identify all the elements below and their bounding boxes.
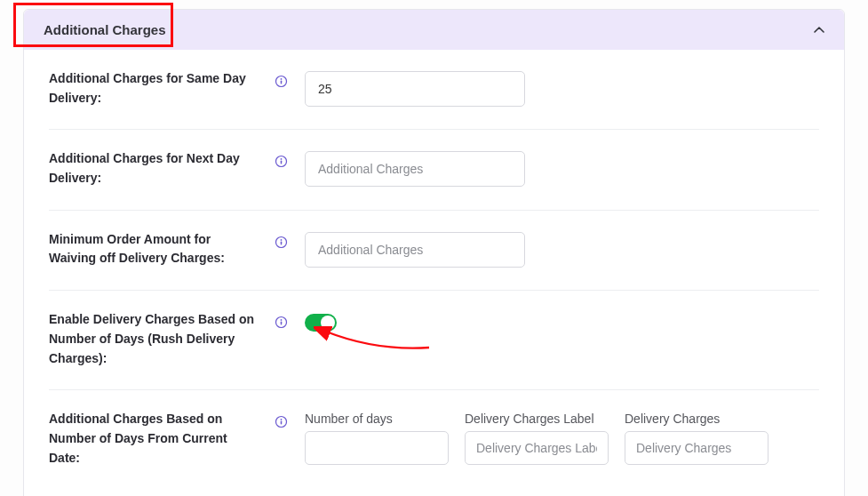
input-delivery-charges-label[interactable] xyxy=(465,431,609,465)
panel-header[interactable]: Additional Charges xyxy=(24,10,844,50)
svg-point-13 xyxy=(281,419,283,420)
panel-title: Additional Charges xyxy=(44,22,166,37)
info-icon[interactable] xyxy=(275,415,288,428)
label-min-order: Minimum Order Amount for Waiving off Del… xyxy=(49,230,264,268)
chevron-up-icon xyxy=(814,25,824,36)
input-same-day-charges[interactable] xyxy=(305,71,525,107)
panel-body: Additional Charges for Same Day Delivery… xyxy=(24,50,844,496)
row-by-days: Additional Charges Based on Number of Da… xyxy=(49,390,819,496)
label-same-day: Additional Charges for Same Day Delivery… xyxy=(49,69,264,108)
row-same-day: Additional Charges for Same Day Delivery… xyxy=(49,50,819,130)
svg-point-7 xyxy=(281,239,283,241)
svg-rect-2 xyxy=(281,81,283,84)
svg-rect-11 xyxy=(281,322,283,325)
info-icon[interactable] xyxy=(275,236,288,249)
days-field-row: Number of days Delivery Charges Label De… xyxy=(305,412,819,496)
svg-rect-8 xyxy=(281,241,283,244)
additional-charges-panel: Additional Charges Additional Charges fo… xyxy=(23,9,845,496)
svg-point-1 xyxy=(281,78,283,80)
svg-rect-5 xyxy=(281,161,283,164)
label-by-days: Additional Charges Based on Number of Da… xyxy=(49,410,264,468)
row-next-day: Additional Charges for Next Day Delivery… xyxy=(49,130,819,210)
svg-point-10 xyxy=(281,319,283,321)
label-delivery-charges-label: Delivery Charges Label xyxy=(465,412,609,426)
info-icon[interactable] xyxy=(275,155,288,168)
toggle-knob xyxy=(321,316,335,330)
info-icon[interactable] xyxy=(275,316,288,329)
label-delivery-charges: Delivery Charges xyxy=(625,412,768,426)
input-delivery-charges[interactable] xyxy=(625,431,768,465)
row-enable-rush: Enable Delivery Charges Based on Number … xyxy=(49,291,819,390)
toggle-enable-rush[interactable] xyxy=(305,314,337,332)
label-number-of-days: Number of days xyxy=(305,412,449,426)
input-next-day-charges[interactable] xyxy=(305,151,525,187)
label-enable-rush: Enable Delivery Charges Based on Number … xyxy=(49,310,264,368)
svg-rect-14 xyxy=(281,421,283,425)
input-min-order-amount[interactable] xyxy=(305,232,525,268)
info-icon[interactable] xyxy=(275,75,288,88)
row-min-order: Minimum Order Amount for Waiving off Del… xyxy=(49,211,819,291)
svg-point-4 xyxy=(281,158,283,160)
label-next-day: Additional Charges for Next Day Delivery… xyxy=(49,149,264,188)
input-number-of-days[interactable] xyxy=(305,431,449,465)
